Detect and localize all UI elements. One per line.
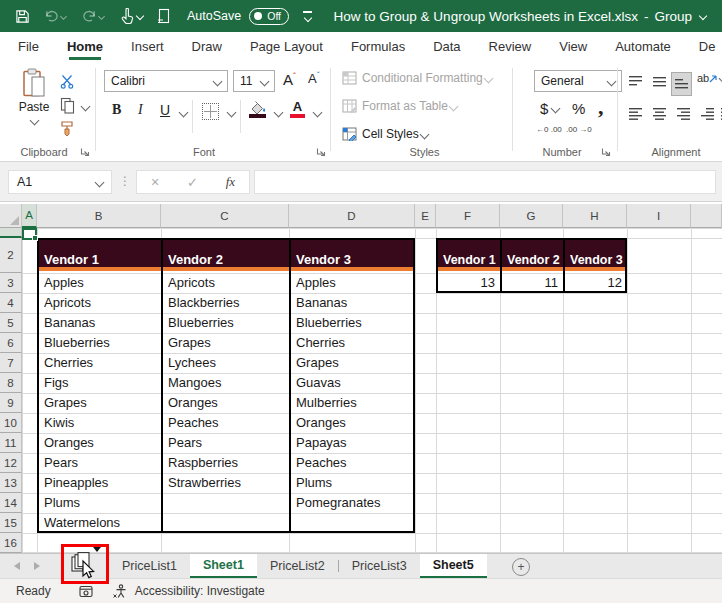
add-sheet-button[interactable]: + — [512, 558, 530, 576]
cell[interactable]: Watermelons — [44, 513, 160, 533]
cell[interactable]: Plums — [296, 473, 414, 493]
sheet-tab-pricelist2[interactable]: PriceList2 — [257, 554, 338, 578]
increase-indent-button[interactable] — [718, 104, 722, 126]
format-painter-icon[interactable] — [59, 120, 75, 137]
percent-button[interactable]: % — [572, 100, 585, 117]
row-header-4[interactable]: 4 — [0, 293, 22, 313]
fill-color-icon[interactable] — [248, 101, 267, 118]
ribbon-tab-formulas[interactable]: Formulas — [351, 32, 405, 62]
cell[interactable]: Apples — [44, 273, 160, 293]
row-header-6[interactable]: 6 — [0, 333, 22, 353]
formula-bar-splitter[interactable]: ⋮ — [119, 174, 131, 188]
active-cell-a1[interactable] — [22, 228, 37, 240]
cell[interactable]: Pineapples — [44, 473, 160, 493]
undo-dropdown-icon[interactable] — [60, 12, 67, 19]
shrink-font-button[interactable]: Aˇ — [308, 71, 320, 86]
row-header-3[interactable]: 3 — [0, 273, 22, 293]
font-color-icon[interactable]: A — [290, 99, 305, 118]
cell[interactable]: Peaches — [296, 453, 414, 473]
orientation-button[interactable]: ab — [697, 72, 722, 84]
font-color-dropdown-icon[interactable] — [313, 108, 323, 118]
row-header-12[interactable]: 12 — [0, 453, 22, 473]
cell[interactable]: 11 — [502, 273, 558, 293]
sheet-nav-right-icon[interactable] — [34, 562, 40, 570]
cell[interactable]: Apples — [296, 273, 414, 293]
ribbon-tab-page-layout[interactable]: Page Layout — [250, 32, 323, 62]
column-header-D[interactable]: D — [289, 204, 415, 228]
number-dialog-launcher-icon[interactable] — [601, 147, 611, 157]
ribbon-tab-draw[interactable]: Draw — [192, 32, 222, 62]
cell[interactable]: Pears — [44, 453, 160, 473]
format-as-table-button[interactable]: Format as Table — [342, 99, 459, 113]
row-header-11[interactable]: 11 — [0, 433, 22, 453]
quick-print-icon[interactable] — [157, 8, 171, 24]
align-right-button[interactable] — [674, 104, 693, 126]
vendor-table-right-header-cell[interactable]: Vendor 3 — [570, 240, 626, 271]
sheet-tab-sheet1[interactable]: Sheet1 — [190, 554, 257, 578]
ribbon-tab-automate[interactable]: Automate — [615, 32, 671, 62]
font-dialog-launcher-icon[interactable] — [316, 147, 326, 157]
select-all-corner[interactable] — [0, 204, 22, 228]
cell[interactable]: Figs — [44, 373, 160, 393]
cell[interactable]: Blackberries — [168, 293, 288, 313]
row-header-8[interactable]: 8 — [0, 373, 22, 393]
cell[interactable]: Blueberries — [168, 313, 288, 333]
cell[interactable]: Oranges — [168, 393, 288, 413]
cell[interactable]: Mangoes — [168, 373, 288, 393]
cell[interactable]: Blueberries — [296, 313, 414, 333]
align-center-button[interactable] — [650, 104, 669, 126]
cell[interactable]: Grapes — [296, 353, 414, 373]
align-bottom-button[interactable] — [671, 72, 692, 96]
sheet-tab-pricelist1[interactable]: PriceList1 — [109, 554, 190, 578]
cell[interactable]: Plums — [44, 493, 160, 513]
row-header-13[interactable]: 13 — [0, 473, 22, 493]
copy-dropdown-icon[interactable] — [81, 102, 91, 112]
fill-color-dropdown-icon[interactable] — [274, 108, 284, 118]
ribbon-tab-de[interactable]: De — [699, 32, 716, 62]
cell[interactable]: Mulberries — [296, 393, 414, 413]
row-header-2[interactable]: 2 — [0, 238, 22, 273]
clipboard-dialog-launcher-icon[interactable] — [80, 147, 90, 157]
vendor-table-right-header-cell[interactable]: Vendor 2 — [507, 240, 562, 271]
conditional-formatting-button[interactable]: Conditional Formatting — [342, 71, 494, 85]
vendor-table-right-header-cell[interactable]: Vendor 1 — [443, 240, 499, 271]
cell[interactable]: Apricots — [44, 293, 160, 313]
sheet-tab-pricelist3[interactable]: PriceList3 — [339, 554, 420, 578]
cell[interactable]: Cherries — [296, 333, 414, 353]
cut-icon[interactable] — [60, 74, 74, 89]
borders-dropdown-icon[interactable] — [227, 108, 237, 118]
title-chevron-icon[interactable] — [699, 12, 707, 20]
cell[interactable]: Apricots — [168, 273, 288, 293]
currency-button[interactable]: $ — [540, 100, 561, 117]
column-header-H[interactable]: H — [563, 204, 627, 228]
cell[interactable]: Cherries — [44, 353, 160, 373]
comma-style-button[interactable]: , — [598, 94, 604, 120]
cell[interactable]: Bananas — [44, 313, 160, 333]
font-size-combo[interactable]: 11 — [233, 70, 275, 92]
row-header-7[interactable]: 7 — [0, 353, 22, 373]
cell[interactable]: Bananas — [296, 293, 414, 313]
grow-font-button[interactable]: Aˆ — [283, 71, 296, 88]
cell[interactable]: 13 — [438, 273, 495, 293]
cell[interactable]: Lychees — [168, 353, 288, 373]
row-header-5[interactable]: 5 — [0, 313, 22, 333]
cell[interactable]: Oranges — [296, 413, 414, 433]
column-header-E[interactable]: E — [415, 204, 436, 228]
italic-button[interactable]: I — [138, 102, 143, 118]
row-header-15[interactable]: 15 — [0, 513, 22, 533]
formula-input[interactable] — [254, 170, 716, 194]
cell[interactable]: 12 — [565, 273, 622, 293]
cell[interactable]: Pomegranates — [296, 493, 414, 513]
font-name-combo[interactable]: Calibri — [104, 70, 228, 92]
cell[interactable]: Strawberries — [168, 473, 288, 493]
cell[interactable]: Blueberries — [44, 333, 160, 353]
ribbon-tab-home[interactable]: Home — [67, 32, 103, 62]
borders-icon[interactable] — [202, 103, 219, 120]
column-header-A[interactable]: A — [22, 204, 37, 228]
ribbon-tab-insert[interactable]: Insert — [131, 32, 164, 62]
underline-dropdown-icon[interactable] — [179, 108, 189, 118]
number-format-combo[interactable]: General — [534, 70, 622, 92]
cell[interactable]: Oranges — [44, 433, 160, 453]
ribbon-tab-review[interactable]: Review — [489, 32, 532, 62]
cell[interactable]: Grapes — [168, 333, 288, 353]
